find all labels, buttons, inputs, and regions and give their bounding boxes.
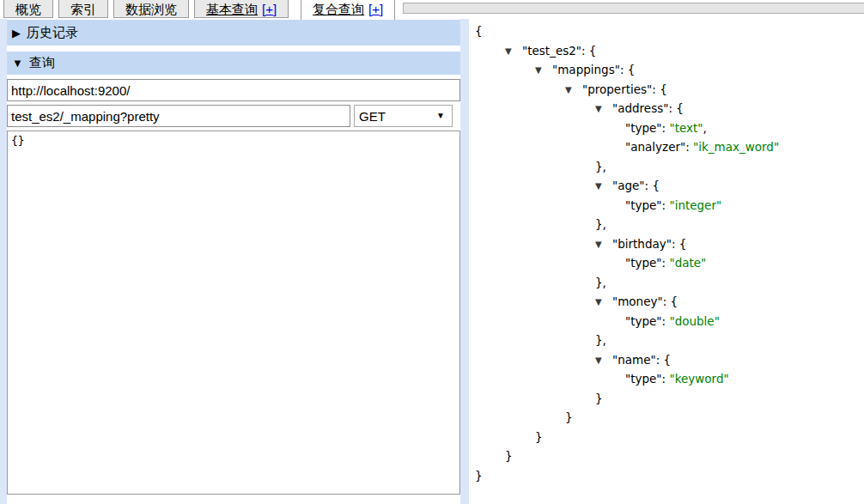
json-string-value: "keyword" bbox=[669, 372, 728, 386]
tab-label: 概览 bbox=[15, 2, 41, 16]
collapse-node-arrow-icon[interactable]: ▼ bbox=[595, 100, 608, 119]
collapse-node-arrow-icon[interactable]: ▼ bbox=[535, 61, 548, 81]
json-key-punctuation: }, bbox=[595, 276, 606, 289]
new-tab-plus-link[interactable]: [+] bbox=[368, 2, 383, 16]
json-result-panel: {▼"test_es2": {▼"mappings": {▼"propertie… bbox=[469, 19, 864, 504]
json-tree-line: } bbox=[475, 466, 864, 486]
json-tree-line: ▼"address": { bbox=[475, 99, 864, 118]
json-string-value: "integer" bbox=[669, 198, 721, 212]
json-tree-line: }, bbox=[475, 331, 864, 350]
request-path-input[interactable] bbox=[7, 105, 350, 127]
tab-bar: 概览索引数据浏览基本查询[+]复合查询[+] bbox=[0, 0, 864, 19]
tab-3[interactable]: 数据浏览 bbox=[113, 0, 189, 18]
collapse-node-arrow-icon[interactable]: ▼ bbox=[595, 177, 608, 197]
json-key-punctuation: } bbox=[595, 392, 603, 405]
json-key-punctuation: } bbox=[565, 410, 573, 424]
collapsed-triangle-right-icon[interactable]: ▶ bbox=[12, 27, 21, 39]
tab-2[interactable]: 索引 bbox=[58, 0, 108, 18]
json-key-punctuation: }, bbox=[595, 160, 606, 173]
json-key-punctuation: } bbox=[475, 469, 483, 483]
json-tree-line: } bbox=[475, 408, 864, 428]
json-tree-line: } bbox=[475, 446, 864, 466]
request-body-textarea[interactable]: {} bbox=[7, 131, 460, 495]
collapse-node-arrow-icon[interactable]: ▼ bbox=[595, 235, 608, 255]
json-tree-line: } bbox=[475, 389, 864, 409]
json-tree-line: "type": "double" bbox=[475, 312, 864, 331]
json-key-punctuation: } bbox=[505, 449, 513, 463]
json-key-punctuation: { bbox=[475, 24, 483, 38]
tab-label: 复合查询 bbox=[313, 2, 364, 16]
json-key-punctuation: }, bbox=[595, 217, 606, 231]
collapse-node-arrow-icon[interactable]: ▼ bbox=[505, 42, 518, 62]
left-panel-gutter bbox=[0, 19, 7, 504]
json-string-value: "ik_max_word" bbox=[693, 140, 779, 154]
json-key-punctuation: "birthday": { bbox=[612, 237, 686, 251]
history-section-label: 历史记录 bbox=[27, 25, 78, 41]
tab-4[interactable]: 基本查询[+] bbox=[194, 0, 289, 18]
json-key-punctuation: "properties": { bbox=[582, 82, 667, 96]
collapse-node-arrow-icon[interactable]: ▼ bbox=[595, 351, 608, 371]
json-key-punctuation: "type": bbox=[625, 314, 669, 328]
http-method-select[interactable]: GET bbox=[354, 105, 453, 127]
json-key-punctuation: "analyzer": bbox=[625, 140, 693, 154]
json-key-punctuation: "mappings": { bbox=[552, 63, 635, 76]
json-key-punctuation: "type": bbox=[625, 121, 669, 135]
json-tree-line: "type": "keyword" bbox=[475, 369, 864, 389]
json-key-punctuation: "age": { bbox=[612, 179, 660, 192]
json-tree-line: }, bbox=[475, 215, 864, 234]
json-key-punctuation: , bbox=[703, 121, 707, 135]
json-tree-line: }, bbox=[475, 273, 864, 293]
tab-label: 基本查询 bbox=[206, 2, 258, 16]
json-tree-line: ▼"money": { bbox=[475, 292, 864, 312]
json-tree-line: } bbox=[475, 428, 864, 447]
tab-label: 数据浏览 bbox=[125, 2, 177, 16]
json-tree-line: "type": "date" bbox=[475, 253, 864, 273]
tab-5[interactable]: 复合查询[+] bbox=[301, 0, 395, 20]
tab-strip-filler bbox=[403, 3, 864, 14]
json-key-punctuation: }, bbox=[595, 333, 606, 347]
tab-1[interactable]: 概览 bbox=[3, 0, 53, 18]
json-tree-line: ▼"name": { bbox=[475, 350, 864, 370]
json-tree-line: ▼"mappings": { bbox=[475, 60, 864, 80]
json-tree-line: { bbox=[475, 21, 864, 41]
json-tree-line: ▼"birthday": { bbox=[475, 234, 864, 254]
json-string-value: "date" bbox=[669, 256, 706, 270]
query-section-header[interactable]: ▼ 查询 bbox=[7, 52, 460, 75]
history-section-header[interactable]: ▶ 历史记录 bbox=[7, 20, 460, 46]
json-string-value: "double" bbox=[669, 314, 719, 328]
json-key-punctuation: "address": { bbox=[612, 101, 684, 115]
json-tree-line: ▼"properties": { bbox=[475, 80, 864, 100]
collapse-node-arrow-icon[interactable]: ▼ bbox=[595, 293, 608, 313]
tab-label: 索引 bbox=[70, 2, 96, 16]
json-key-punctuation: "test_es2": { bbox=[522, 44, 596, 58]
json-string-value: "text" bbox=[669, 121, 703, 135]
json-tree-line: "analyzer": "ik_max_word" bbox=[475, 137, 864, 157]
new-tab-plus-link[interactable]: [+] bbox=[262, 2, 277, 16]
panel-divider-gutter bbox=[460, 19, 469, 504]
query-section-label: 查询 bbox=[29, 55, 55, 71]
json-tree-line: "type": "integer" bbox=[475, 196, 864, 216]
collapse-node-arrow-icon[interactable]: ▼ bbox=[565, 81, 578, 100]
server-url-input[interactable] bbox=[7, 79, 460, 101]
json-tree-line: }, bbox=[475, 157, 864, 177]
json-tree-line: "type": "text", bbox=[475, 118, 864, 138]
json-key-punctuation: "type": bbox=[625, 372, 669, 386]
json-tree-line: ▼"age": { bbox=[475, 176, 864, 196]
json-key-punctuation: } bbox=[535, 430, 543, 444]
json-key-punctuation: "type": bbox=[625, 256, 669, 270]
json-key-punctuation: "type": bbox=[625, 198, 669, 212]
expanded-triangle-down-icon[interactable]: ▼ bbox=[12, 58, 23, 69]
http-method-select-wrap: GET ▼ bbox=[354, 105, 453, 127]
json-key-punctuation: "name": { bbox=[612, 353, 671, 367]
json-tree-line: ▼"test_es2": { bbox=[475, 41, 864, 61]
json-key-punctuation: "money": { bbox=[612, 295, 678, 308]
